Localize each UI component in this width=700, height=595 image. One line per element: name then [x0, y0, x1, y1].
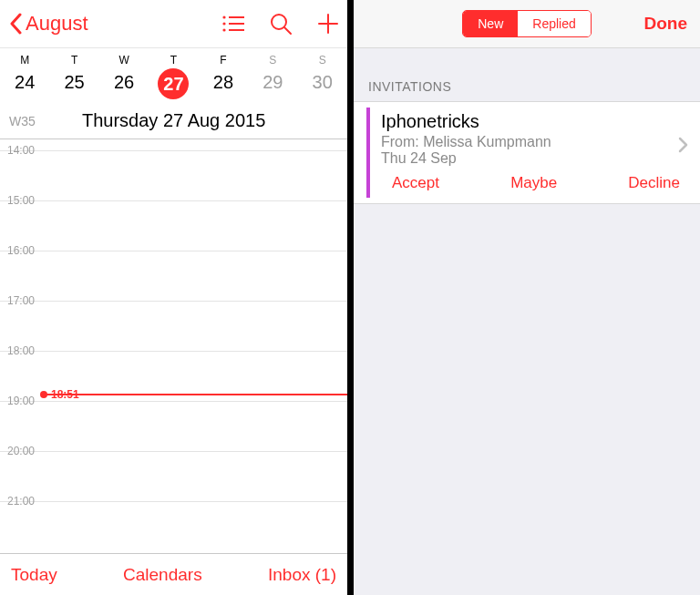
current-time-indicator: 18:51 — [44, 394, 347, 395]
calendar-pane: August — [0, 0, 347, 595]
invitation-title: Iphonetricks — [381, 111, 691, 132]
back-to-month-button[interactable]: August — [9, 12, 88, 36]
list-view-button[interactable] — [221, 12, 245, 36]
day-cell[interactable]: 26 — [99, 68, 149, 105]
day-cell[interactable]: 29 — [248, 68, 297, 105]
full-date: Thursday 27 Aug 2015 — [36, 110, 347, 131]
accept-button[interactable]: Accept — [385, 174, 447, 192]
day-cell[interactable]: 24 — [0, 68, 49, 105]
add-event-button[interactable] — [316, 12, 340, 36]
search-button[interactable] — [269, 12, 293, 36]
hour-label: 14:00 — [7, 144, 35, 157]
inbox-pane: New Replied Done INVITATIONS Iphonetrick… — [354, 0, 700, 595]
day-cell[interactable]: 30 — [298, 68, 347, 105]
disclosure-chevron — [678, 137, 689, 157]
pane-divider — [347, 0, 354, 595]
calendar-footer: Today Calendars Inbox (1) — [0, 553, 347, 595]
today-button[interactable]: Today — [11, 565, 57, 585]
list-icon — [221, 12, 245, 36]
hour-row: 15:00 — [0, 200, 347, 251]
calendars-button[interactable]: Calendars — [123, 565, 202, 585]
invitation-body: Iphonetricks From: Melissa Kumpmann Thu … — [370, 102, 700, 203]
svg-line-7 — [284, 27, 291, 34]
hour-row: 20:00 — [0, 451, 347, 501]
hour-row: 14:00 — [0, 150, 347, 200]
week-bar: MTWTFSS 24252627282930 W35 Thursday 27 A… — [0, 48, 347, 139]
hour-row: 21:00 — [0, 501, 347, 551]
invitation-date: Thu 24 Sep — [381, 150, 691, 167]
hour-row: 16:00 — [0, 251, 347, 301]
svg-point-2 — [222, 22, 225, 25]
svg-point-4 — [222, 28, 225, 31]
weekday-label: F — [199, 48, 248, 68]
hour-row: 17:00 — [0, 301, 347, 351]
weekday-label: T — [149, 48, 198, 68]
svg-point-0 — [222, 15, 225, 18]
weekday-label: M — [0, 48, 49, 68]
inbox-header: New Replied Done — [354, 0, 700, 48]
day-cell[interactable]: 27 — [149, 68, 198, 105]
search-icon — [269, 12, 293, 36]
segment-new[interactable]: New — [463, 11, 518, 36]
weekday-label: S — [248, 48, 297, 68]
maybe-button[interactable]: Maybe — [503, 174, 564, 192]
chevron-left-icon — [9, 13, 22, 35]
invitation-card[interactable]: Iphonetricks From: Melissa Kumpmann Thu … — [354, 101, 700, 204]
inbox-button[interactable]: Inbox (1) — [268, 565, 336, 585]
invitation-from: From: Melissa Kumpmann — [381, 134, 691, 150]
decline-button[interactable]: Decline — [621, 174, 687, 192]
week-number: W35 — [0, 114, 36, 128]
weekday-label: W — [99, 48, 149, 68]
weekday-label: S — [298, 48, 347, 68]
plus-icon — [316, 12, 340, 36]
section-header-invitations: INVITATIONS — [354, 48, 700, 101]
hour-row: 19:00 — [0, 401, 347, 451]
hour-label: 16:00 — [7, 244, 35, 257]
calendar-header: August — [0, 0, 347, 48]
day-timeline[interactable]: 14:0015:0016:0017:0018:0019:0020:0021:00… — [0, 139, 347, 553]
back-label: August — [26, 12, 88, 36]
current-time-label: 18:51 — [51, 388, 79, 401]
chevron-right-icon — [678, 137, 689, 153]
day-cell[interactable]: 28 — [199, 68, 248, 105]
hour-label: 15:00 — [7, 194, 35, 207]
day-cell[interactable]: 25 — [49, 68, 98, 105]
hour-label: 20:00 — [7, 445, 35, 457]
hour-label: 17:00 — [7, 294, 35, 307]
done-button[interactable]: Done — [644, 14, 688, 34]
inbox-filter-segmented: New Replied — [462, 10, 592, 37]
weekday-label: T — [49, 48, 98, 68]
hour-label: 21:00 — [7, 495, 35, 508]
hour-label: 19:00 — [7, 395, 35, 407]
hour-label: 18:00 — [7, 344, 35, 357]
segment-replied[interactable]: Replied — [518, 11, 590, 36]
